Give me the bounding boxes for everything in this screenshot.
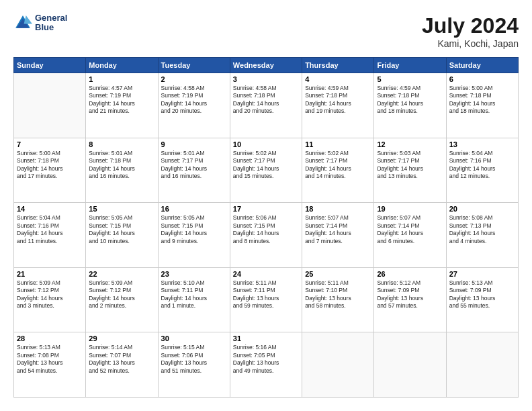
day-info: Sunrise: 5:01 AM Sunset: 7:17 PM Dayligh…	[161, 150, 227, 181]
day-info: Sunrise: 5:07 AM Sunset: 7:14 PM Dayligh…	[377, 214, 443, 245]
day-number: 8	[89, 140, 154, 148]
day-cell: 28Sunrise: 5:13 AM Sunset: 7:08 PM Dayli…	[14, 332, 86, 398]
day-cell: 19Sunrise: 5:07 AM Sunset: 7:14 PM Dayli…	[374, 203, 446, 268]
logo-line2: Blue	[35, 23, 67, 32]
weekday-header-sunday: Sunday	[14, 58, 86, 73]
day-cell: 5Sunrise: 4:59 AM Sunset: 7:18 PM Daylig…	[374, 73, 446, 138]
day-info: Sunrise: 5:01 AM Sunset: 7:18 PM Dayligh…	[89, 150, 154, 181]
day-number: 28	[17, 334, 83, 342]
day-number: 22	[89, 270, 154, 278]
day-number: 27	[449, 270, 515, 278]
weekday-header-tuesday: Tuesday	[158, 58, 230, 73]
day-cell: 29Sunrise: 5:14 AM Sunset: 7:07 PM Dayli…	[86, 332, 158, 398]
day-number: 11	[305, 140, 371, 148]
day-info: Sunrise: 5:11 AM Sunset: 7:11 PM Dayligh…	[233, 279, 299, 310]
day-cell: 3Sunrise: 4:58 AM Sunset: 7:18 PM Daylig…	[230, 73, 302, 138]
day-info: Sunrise: 4:58 AM Sunset: 7:19 PM Dayligh…	[161, 85, 227, 116]
day-number: 29	[89, 334, 154, 342]
day-cell: 14Sunrise: 5:04 AM Sunset: 7:16 PM Dayli…	[14, 203, 86, 268]
day-info: Sunrise: 4:59 AM Sunset: 7:18 PM Dayligh…	[377, 85, 443, 116]
day-info: Sunrise: 5:05 AM Sunset: 7:15 PM Dayligh…	[89, 214, 154, 245]
day-number: 14	[17, 205, 83, 213]
day-number: 20	[449, 205, 515, 213]
day-info: Sunrise: 5:07 AM Sunset: 7:14 PM Dayligh…	[305, 214, 371, 245]
day-number: 18	[305, 205, 371, 213]
day-info: Sunrise: 4:58 AM Sunset: 7:18 PM Dayligh…	[233, 85, 299, 116]
day-info: Sunrise: 5:00 AM Sunset: 7:18 PM Dayligh…	[17, 150, 83, 181]
day-cell	[446, 332, 518, 398]
day-cell: 11Sunrise: 5:02 AM Sunset: 7:17 PM Dayli…	[302, 138, 374, 203]
day-cell: 2Sunrise: 4:58 AM Sunset: 7:19 PM Daylig…	[158, 73, 230, 138]
day-cell: 27Sunrise: 5:13 AM Sunset: 7:09 PM Dayli…	[446, 267, 518, 332]
day-number: 26	[377, 270, 443, 278]
logo: General Blue	[13, 13, 67, 33]
day-number: 5	[377, 75, 443, 83]
day-info: Sunrise: 5:04 AM Sunset: 7:16 PM Dayligh…	[17, 214, 83, 245]
day-cell: 22Sunrise: 5:09 AM Sunset: 7:12 PM Dayli…	[86, 267, 158, 332]
day-number: 4	[305, 75, 371, 83]
weekday-header-saturday: Saturday	[446, 58, 518, 73]
logo-line1: General	[35, 13, 67, 23]
week-row-3: 14Sunrise: 5:04 AM Sunset: 7:16 PM Dayli…	[14, 203, 519, 268]
day-number: 7	[17, 140, 83, 148]
weekday-header-wednesday: Wednesday	[230, 58, 302, 73]
day-number: 6	[449, 75, 515, 83]
day-info: Sunrise: 4:57 AM Sunset: 7:19 PM Dayligh…	[89, 85, 154, 116]
weekday-header-thursday: Thursday	[302, 58, 374, 73]
day-info: Sunrise: 5:05 AM Sunset: 7:15 PM Dayligh…	[161, 214, 227, 245]
day-info: Sunrise: 5:09 AM Sunset: 7:12 PM Dayligh…	[89, 279, 154, 310]
day-cell: 6Sunrise: 5:00 AM Sunset: 7:18 PM Daylig…	[446, 73, 518, 138]
week-row-2: 7Sunrise: 5:00 AM Sunset: 7:18 PM Daylig…	[14, 138, 519, 203]
day-info: Sunrise: 5:13 AM Sunset: 7:09 PM Dayligh…	[449, 279, 515, 310]
day-info: Sunrise: 5:03 AM Sunset: 7:17 PM Dayligh…	[377, 150, 443, 181]
day-cell: 12Sunrise: 5:03 AM Sunset: 7:17 PM Dayli…	[374, 138, 446, 203]
day-cell: 20Sunrise: 5:08 AM Sunset: 7:13 PM Dayli…	[446, 203, 518, 268]
day-info: Sunrise: 5:13 AM Sunset: 7:08 PM Dayligh…	[17, 344, 83, 375]
day-info: Sunrise: 5:00 AM Sunset: 7:18 PM Dayligh…	[449, 85, 515, 116]
day-info: Sunrise: 5:06 AM Sunset: 7:15 PM Dayligh…	[233, 214, 299, 245]
day-cell: 8Sunrise: 5:01 AM Sunset: 7:18 PM Daylig…	[86, 138, 158, 203]
day-info: Sunrise: 5:10 AM Sunset: 7:11 PM Dayligh…	[161, 279, 227, 310]
day-cell: 16Sunrise: 5:05 AM Sunset: 7:15 PM Dayli…	[158, 203, 230, 268]
day-cell: 10Sunrise: 5:02 AM Sunset: 7:17 PM Dayli…	[230, 138, 302, 203]
day-cell: 9Sunrise: 5:01 AM Sunset: 7:17 PM Daylig…	[158, 138, 230, 203]
logo-text: General Blue	[35, 13, 67, 33]
day-number: 2	[161, 75, 227, 83]
svg-marker-2	[24, 15, 32, 24]
day-info: Sunrise: 5:11 AM Sunset: 7:10 PM Dayligh…	[305, 279, 371, 310]
day-number: 24	[233, 270, 299, 278]
day-cell: 13Sunrise: 5:04 AM Sunset: 7:16 PM Dayli…	[446, 138, 518, 203]
day-number: 13	[449, 140, 515, 148]
title-block: July 2024 Kami, Kochi, Japan	[422, 13, 519, 49]
day-info: Sunrise: 4:59 AM Sunset: 7:18 PM Dayligh…	[305, 85, 371, 116]
day-cell: 23Sunrise: 5:10 AM Sunset: 7:11 PM Dayli…	[158, 267, 230, 332]
day-cell: 15Sunrise: 5:05 AM Sunset: 7:15 PM Dayli…	[86, 203, 158, 268]
day-info: Sunrise: 5:02 AM Sunset: 7:17 PM Dayligh…	[305, 150, 371, 181]
day-info: Sunrise: 5:15 AM Sunset: 7:06 PM Dayligh…	[161, 344, 227, 375]
day-cell: 21Sunrise: 5:09 AM Sunset: 7:12 PM Dayli…	[14, 267, 86, 332]
day-number: 17	[233, 205, 299, 213]
day-cell: 31Sunrise: 5:16 AM Sunset: 7:05 PM Dayli…	[230, 332, 302, 398]
day-cell: 4Sunrise: 4:59 AM Sunset: 7:18 PM Daylig…	[302, 73, 374, 138]
day-info: Sunrise: 5:08 AM Sunset: 7:13 PM Dayligh…	[449, 214, 515, 245]
day-number: 9	[161, 140, 227, 148]
day-number: 30	[161, 334, 227, 342]
day-number: 31	[233, 334, 299, 342]
weekday-header-monday: Monday	[86, 58, 158, 73]
week-row-5: 28Sunrise: 5:13 AM Sunset: 7:08 PM Dayli…	[14, 332, 519, 398]
day-info: Sunrise: 5:09 AM Sunset: 7:12 PM Dayligh…	[17, 279, 83, 310]
day-cell	[14, 73, 86, 138]
day-cell: 18Sunrise: 5:07 AM Sunset: 7:14 PM Dayli…	[302, 203, 374, 268]
page: General Blue July 2024 Kami, Kochi, Japa…	[0, 0, 532, 411]
day-cell	[374, 332, 446, 398]
day-number: 19	[377, 205, 443, 213]
day-number: 15	[89, 205, 154, 213]
week-row-1: 1Sunrise: 4:57 AM Sunset: 7:19 PM Daylig…	[14, 73, 519, 138]
day-cell	[302, 332, 374, 398]
day-cell: 7Sunrise: 5:00 AM Sunset: 7:18 PM Daylig…	[14, 138, 86, 203]
day-info: Sunrise: 5:04 AM Sunset: 7:16 PM Dayligh…	[449, 150, 515, 181]
day-cell: 30Sunrise: 5:15 AM Sunset: 7:06 PM Dayli…	[158, 332, 230, 398]
weekday-header-row: SundayMondayTuesdayWednesdayThursdayFrid…	[14, 58, 519, 73]
weekday-header-friday: Friday	[374, 58, 446, 73]
day-info: Sunrise: 5:12 AM Sunset: 7:09 PM Dayligh…	[377, 279, 443, 310]
